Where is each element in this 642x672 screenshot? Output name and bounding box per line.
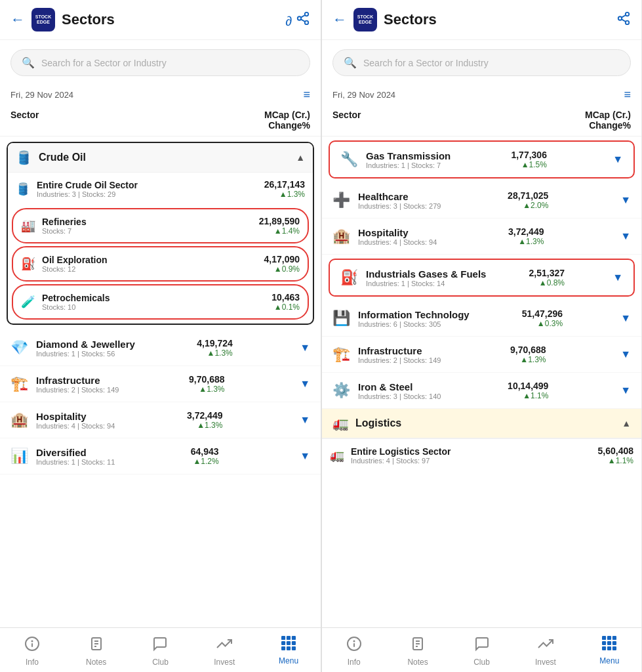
right-col-mcap: MCap (Cr.) (585, 110, 631, 120)
petrochemicals-circled-row[interactable]: 🧪 Petrochemicals Stocks: 10 10,463 ▲0.1% (12, 284, 309, 320)
right-item-4-icon: 💾 (332, 310, 350, 327)
refineries-circled-row[interactable]: 🏭 Refineries Stocks: 7 21,89,590 ▲1.4% (12, 208, 309, 243)
svg-rect-38 (612, 641, 616, 645)
right-list-item-6[interactable]: ⚙️ Iron & Steel Industries: 3 | Stocks: … (322, 373, 641, 409)
refineries-change: ▲1.4% (259, 226, 300, 236)
left-nav-club-icon (152, 636, 168, 656)
right-gas-transmission-highlighted[interactable]: 🔧 Gas Transmission Industries: 1 | Stock… (329, 140, 635, 178)
right-item-4-left: 💾 Information Technology Industries: 6 |… (332, 309, 470, 328)
right-list-item-1[interactable]: ➕ Healthcare Industries: 3 | Stocks: 279… (322, 182, 641, 219)
right-item-0-icon: 🔧 (340, 151, 358, 168)
left-filter-icon[interactable]: ≡ (303, 88, 310, 102)
logistics-group: 🚛 Logistics ▲ 🚛 Entire Logistics Sector … (322, 409, 641, 472)
right-nav-menu-icon (602, 636, 616, 654)
left-nav-club-label: Club (152, 658, 169, 667)
left-search-bar[interactable]: 🔍 Search for a Sector or Industry (10, 49, 310, 76)
right-item-4-chevron: ▼ (620, 312, 631, 324)
right-item-1-right: 28,71,025 ▲2.0% (508, 190, 548, 210)
right-item-5-change: ▲1.3% (510, 355, 546, 364)
left-item-3-name: Diversified (36, 447, 115, 458)
right-nav-info[interactable]: Info (322, 633, 386, 669)
right-item-6-right: 10,14,499 ▲1.1% (508, 381, 548, 400)
refineries-row[interactable]: 🏭 Refineries Stocks: 7 21,89,590 ▲1.4% (13, 209, 308, 242)
right-share-button[interactable] (616, 11, 631, 29)
right-item-1-sub: Industries: 3 | Stocks: 279 (358, 202, 441, 210)
logistics-header[interactable]: 🚛 Logistics ▲ (322, 409, 641, 438)
right-item-1-left: ➕ Healthcare Industries: 3 | Stocks: 279 (332, 191, 441, 210)
right-item-0-info: Gas Transmission Industries: 1 | Stocks:… (366, 150, 451, 169)
right-item-4-info: Information Technology Industries: 6 | S… (358, 309, 470, 328)
refineries-mcap: 21,89,590 (259, 216, 300, 226)
entire-crude-left: 🛢️ Entire Crude Oil Sector Industries: 3… (16, 180, 138, 198)
oil-exploration-mcap: 4,17,090 (264, 254, 300, 264)
entire-crude-name: Entire Crude Oil Sector (37, 180, 138, 190)
right-date: Fri, 29 Nov 2024 (332, 90, 395, 100)
left-list-item-1[interactable]: 🏗️ Infrastructure Industries: 2 | Stocks… (0, 366, 321, 402)
left-list-item-0[interactable]: 💎 Diamond & Jewellery Industries: 1 | St… (0, 330, 321, 366)
left-share-button[interactable]: ∂ (286, 11, 310, 29)
entire-logistics-right: 5,60,408 ▲1.1% (598, 446, 634, 465)
left-item-2-chevron: ▼ (300, 414, 310, 426)
right-item-2-right: 3,72,449 ▲1.3% (508, 226, 544, 246)
entire-crude-mcap: 26,17,143 (264, 179, 305, 190)
left-item-2-mcap: 3,72,449 (187, 410, 223, 421)
right-logo: STOCKEDGE (353, 8, 377, 32)
svg-rect-41 (612, 646, 616, 650)
left-nav-info-label: Info (26, 658, 39, 667)
entire-logistics-row[interactable]: 🚛 Entire Logistics Sector Industries: 4 … (322, 438, 641, 472)
left-item-0-chevron: ▼ (300, 342, 310, 354)
right-item-2-sub: Industries: 4 | Stocks: 94 (358, 238, 437, 246)
right-item-2-chevron: ▼ (620, 230, 631, 242)
entire-crude-row[interactable]: 🛢️ Entire Crude Oil Sector Industries: 3… (8, 172, 313, 205)
right-search-bar[interactable]: 🔍 Search for a Sector or Industry (332, 49, 631, 76)
left-back-button[interactable]: ← (10, 11, 25, 28)
left-item-3-chevron: ▼ (300, 450, 310, 462)
right-nav-invest[interactable]: Invest (513, 633, 577, 669)
left-item-3-icon: 📊 (10, 448, 28, 465)
right-item-4-name: Information Technology (358, 309, 470, 320)
right-list-item-2[interactable]: 🏨 Hospitality Industries: 4 | Stocks: 94… (322, 219, 641, 255)
right-industrials-row[interactable]: ⛽ Industrials Gases & Fuels Industries: … (330, 260, 633, 295)
oil-exploration-info: Oil Exploration Stocks: 12 (42, 255, 108, 273)
crude-oil-header[interactable]: 🛢️ Crude Oil ▲ (8, 143, 313, 172)
left-nav-menu[interactable]: Menu (256, 633, 321, 669)
left-nav-info[interactable]: Info (0, 633, 64, 669)
right-item-3-info: Industrials Gases & Fuels Industries: 1 … (366, 268, 486, 287)
right-nav-menu[interactable]: Menu (578, 633, 641, 669)
oil-exploration-row[interactable]: ⛽ Oil Exploration Stocks: 12 4,17,090 ▲0… (13, 247, 308, 280)
oil-exploration-circled-row[interactable]: ⛽ Oil Exploration Stocks: 12 4,17,090 ▲0… (12, 246, 309, 282)
svg-rect-34 (607, 636, 611, 640)
right-industrials-highlighted[interactable]: ⛽ Industrials Gases & Fuels Industries: … (329, 259, 635, 297)
right-list-item-5[interactable]: 🏗️ Infrastructure Industries: 2 | Stocks… (322, 337, 641, 373)
right-list-item-4[interactable]: 💾 Information Technology Industries: 6 |… (322, 301, 641, 337)
right-filter-icon[interactable]: ≡ (624, 88, 631, 102)
left-item-2-left: 🏨 Hospitality Industries: 4 | Stocks: 94 (10, 411, 115, 430)
right-nav-notes-icon (410, 636, 426, 656)
refineries-sub: Stocks: 7 (42, 227, 87, 235)
left-list-item-2[interactable]: 🏨 Hospitality Industries: 4 | Stocks: 94… (0, 402, 321, 438)
left-nav-club[interactable]: Club (129, 633, 193, 669)
right-search-placeholder: Search for a Sector or Industry (363, 58, 489, 68)
right-nav-club-icon (474, 636, 490, 656)
right-nav-invest-icon (538, 636, 553, 656)
petrochemicals-left: 🧪 Petrochemicals Stocks: 10 (21, 293, 110, 311)
right-item-0-change: ▲1.5% (511, 160, 547, 169)
logistics-icon: 🚛 (332, 415, 349, 431)
right-gas-transmission-row[interactable]: 🔧 Gas Transmission Industries: 1 | Stock… (330, 142, 633, 177)
right-back-button[interactable]: ← (332, 11, 347, 28)
svg-rect-14 (292, 636, 296, 640)
left-item-1-icon: 🏗️ (10, 375, 28, 392)
left-nav-invest[interactable]: Invest (192, 633, 256, 669)
right-nav-club[interactable]: Club (450, 633, 513, 669)
right-nav-notes[interactable]: Notes (386, 633, 449, 669)
right-item-3-right: 2,51,327 ▲0.8% (529, 268, 565, 287)
left-nav-notes[interactable]: Notes (64, 633, 129, 669)
entire-logistics-info: Entire Logistics Sector Industries: 4 | … (351, 446, 451, 465)
crude-oil-header-left: 🛢️ Crude Oil (16, 150, 86, 165)
petrochemicals-row[interactable]: 🧪 Petrochemicals Stocks: 10 10,463 ▲0.1% (13, 285, 308, 318)
left-item-0-right: 4,19,724 ▲1.3% (197, 338, 233, 358)
right-item-2-change: ▲1.3% (508, 237, 544, 246)
left-content: 🛢️ Crude Oil ▲ 🛢️ Entire Crude Oil Secto… (0, 136, 321, 627)
refineries-icon: 🏭 (21, 219, 35, 233)
left-list-item-3[interactable]: 📊 Diversified Industries: 1 | Stocks: 11… (0, 438, 321, 474)
